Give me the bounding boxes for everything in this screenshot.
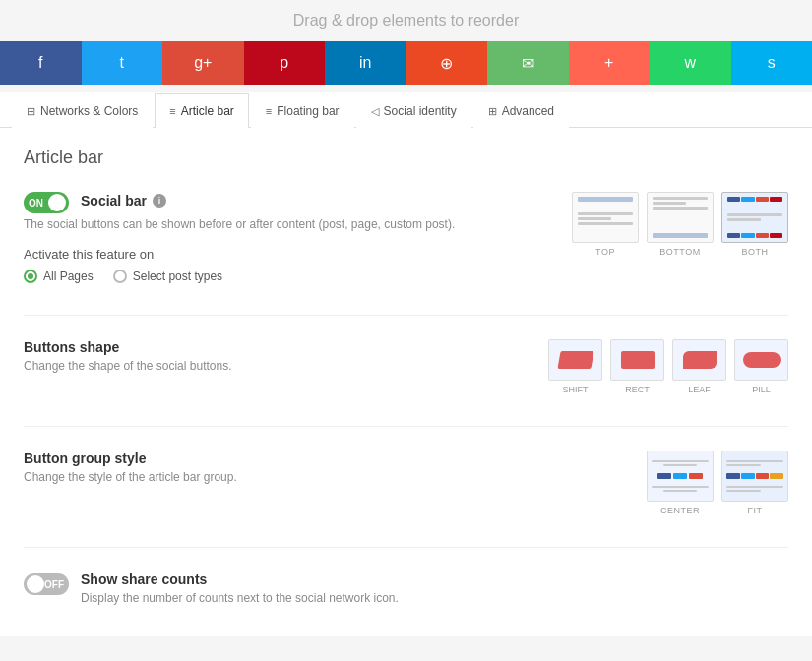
toggle-off-label: OFF bbox=[44, 579, 64, 590]
tab-icon-social-identity: ◁ bbox=[371, 105, 379, 118]
tab-advanced[interactable]: ⊞Advanced bbox=[473, 93, 569, 128]
social-bar-pinterest[interactable]: p bbox=[244, 41, 326, 85]
radio-all-pages[interactable]: All Pages bbox=[24, 270, 94, 283]
content-area: Article bar ON Social bar i The social b… bbox=[0, 128, 812, 636]
share-counts-title: Show share counts bbox=[81, 571, 399, 587]
button-group-desc: Change the style of the article bar grou… bbox=[24, 470, 647, 484]
tab-icon-floating: ≡ bbox=[266, 105, 272, 117]
tab-icon-article: ≡ bbox=[169, 105, 175, 117]
activate-label: Activate this feature on bbox=[24, 247, 572, 262]
group-card-fit-inner bbox=[721, 451, 788, 502]
social-network-bar: ftg+pin⊕✉+ws bbox=[0, 41, 812, 85]
position-card-top-inner bbox=[572, 192, 639, 243]
social-bar-twitter[interactable]: t bbox=[82, 41, 163, 85]
info-icon[interactable]: i bbox=[153, 194, 166, 208]
shape-card-leaf-inner bbox=[672, 339, 726, 381]
shape-card-leaf[interactable]: LEAF bbox=[672, 339, 726, 394]
shape-shift-preview bbox=[557, 351, 593, 369]
share-counts-toggle-knob bbox=[27, 575, 44, 593]
share-counts-text: Show share counts Display the number of … bbox=[81, 571, 399, 617]
social-bar-whatsapp[interactable]: w bbox=[650, 41, 731, 85]
shape-rect-label: RECT bbox=[625, 385, 650, 394]
group-fit-label: FIT bbox=[748, 506, 763, 515]
shape-pill-label: PILL bbox=[752, 385, 771, 394]
button-group-section: Button group style Change the style of t… bbox=[24, 451, 788, 515]
position-card-bottom-inner bbox=[647, 192, 714, 243]
social-bar-stumbleupon[interactable]: ⊕ bbox=[406, 41, 488, 85]
buttons-shape-title: Buttons shape bbox=[24, 339, 548, 355]
tab-icon-networks: ⊞ bbox=[27, 105, 35, 118]
button-group-left: Button group style Change the style of t… bbox=[24, 451, 647, 496]
social-bar-skype[interactable]: s bbox=[731, 41, 813, 85]
toggle-on-label: ON bbox=[29, 198, 43, 209]
social-bar-section: ON Social bar i The social buttons can b… bbox=[24, 192, 788, 283]
position-card-both-inner bbox=[721, 192, 788, 243]
group-center-bar bbox=[657, 473, 703, 479]
social-bar-desc: The social buttons can be shown before o… bbox=[24, 217, 572, 231]
buttons-shape-section: Buttons shape Change the shape of the so… bbox=[24, 339, 788, 394]
social-bar-toggle[interactable]: ON bbox=[24, 192, 69, 213]
position-card-top[interactable]: TOP bbox=[572, 192, 639, 257]
tab-social-identity[interactable]: ◁Social identity bbox=[356, 93, 471, 128]
social-bar-google-plus[interactable]: g+ bbox=[162, 41, 244, 85]
radio-all-pages-circle bbox=[24, 270, 37, 283]
shape-cards: SHIFT RECT LEAF PILL bbox=[548, 339, 788, 394]
radio-select-post-types-circle bbox=[113, 270, 127, 283]
tab-icon-advanced: ⊞ bbox=[488, 105, 497, 118]
shape-leaf-label: LEAF bbox=[688, 385, 711, 394]
share-counts-desc: Display the number of counts next to the… bbox=[81, 591, 399, 605]
shape-shift-label: SHIFT bbox=[563, 385, 589, 394]
shape-rect-preview bbox=[621, 351, 655, 369]
share-counts-toggle[interactable]: OFF bbox=[24, 573, 69, 595]
tab-networks[interactable]: ⊞Networks & Colors bbox=[12, 93, 153, 128]
group-card-center[interactable]: CENTER bbox=[647, 451, 714, 515]
radio-group: All Pages Select post types bbox=[24, 270, 572, 283]
activate-row: Activate this feature on All Pages Selec… bbox=[24, 247, 572, 283]
shape-card-rect[interactable]: RECT bbox=[610, 339, 664, 394]
drag-header-text: Drag & drop elements to reorder bbox=[293, 12, 519, 29]
position-card-both[interactable]: BOTH bbox=[721, 192, 788, 257]
page-title: Article bar bbox=[24, 148, 788, 168]
social-bar-facebook[interactable]: f bbox=[0, 41, 82, 85]
shape-card-pill-inner bbox=[734, 339, 788, 381]
shape-card-pill[interactable]: PILL bbox=[734, 339, 788, 394]
show-share-counts-section: OFF Show share counts Display the number… bbox=[24, 571, 788, 617]
tabs-container: ⊞Networks & Colors≡Article bar≡Floating … bbox=[0, 92, 812, 128]
shape-leaf-preview bbox=[683, 351, 717, 369]
social-bar-email[interactable]: ✉ bbox=[487, 41, 569, 85]
group-style-cards: CENTER bbox=[647, 451, 788, 515]
shape-card-shift[interactable]: SHIFT bbox=[548, 339, 602, 394]
group-center-label: CENTER bbox=[660, 506, 700, 515]
group-fit-bar bbox=[726, 473, 783, 479]
shape-pill-preview bbox=[743, 352, 781, 368]
social-bar-toggle-row: ON Social bar i bbox=[24, 192, 572, 213]
tab-article[interactable]: ≡Article bar bbox=[155, 93, 248, 128]
position-card-both-label: BOTH bbox=[741, 247, 768, 257]
position-card-top-label: TOP bbox=[595, 247, 615, 257]
drag-header: Drag & drop elements to reorder bbox=[0, 0, 812, 41]
position-card-bottom[interactable]: BOTTOM bbox=[647, 192, 714, 257]
social-bar-title: Social bar i bbox=[81, 193, 166, 209]
tab-floating[interactable]: ≡Floating bar bbox=[251, 93, 354, 128]
shape-card-shift-inner bbox=[548, 339, 602, 381]
social-bar-addthis[interactable]: + bbox=[569, 41, 651, 85]
buttons-shape-desc: Change the shape of the social buttons. bbox=[24, 359, 548, 373]
buttons-shape-left: Buttons shape Change the shape of the so… bbox=[24, 339, 548, 385]
button-group-title: Button group style bbox=[24, 451, 647, 466]
position-cards: TOP BOTTOM bbox=[572, 192, 788, 257]
social-bar-linkedin[interactable]: in bbox=[325, 41, 406, 85]
group-card-center-inner bbox=[647, 451, 714, 502]
toggle-knob bbox=[48, 194, 66, 211]
group-card-fit[interactable]: FIT bbox=[721, 451, 788, 515]
shape-card-rect-inner bbox=[610, 339, 664, 381]
social-bar-left: ON Social bar i The social buttons can b… bbox=[24, 192, 572, 283]
position-card-bottom-label: BOTTOM bbox=[659, 247, 700, 257]
radio-select-post-types[interactable]: Select post types bbox=[113, 270, 222, 283]
